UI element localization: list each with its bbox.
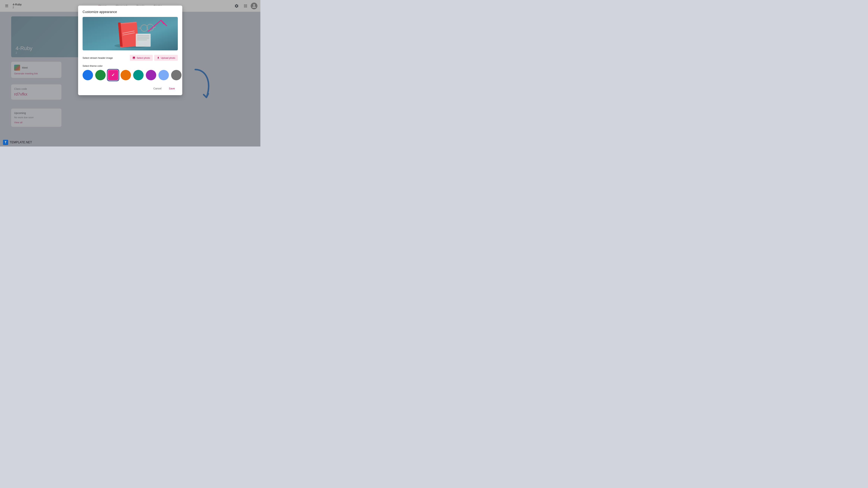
swatch-pink[interactable]: ✓ [108,70,118,80]
select-image-row: Select stream header image Select photo … [78,53,182,64]
swatch-purple[interactable] [146,70,156,80]
swatch-teal[interactable] [133,70,144,80]
swatch-blue[interactable] [83,70,93,80]
cancel-button[interactable]: Cancel [150,86,164,92]
dialog-preview [83,17,178,51]
select-photo-button[interactable]: Select photo [130,55,153,61]
color-section: Select theme color ✓ [78,64,182,84]
customize-dialog: Customize appearance [78,6,182,95]
select-image-label: Select stream header image [83,57,113,59]
swatch-check: ✓ [112,73,115,77]
pink-arrow-overlay [146,19,168,33]
color-section-label: Select theme color [83,65,178,67]
image-buttons: Select photo Upload photo [130,55,178,61]
swatch-green[interactable] [95,70,106,80]
upload-icon [157,56,160,59]
dialog-title: Customize appearance [78,6,182,17]
watermark-icon: T [3,140,8,145]
color-swatches: ✓ [83,70,178,80]
watermark: T TEMPLATE.NET [3,140,32,145]
swatch-orange[interactable] [121,70,131,80]
swatch-gray[interactable] [171,70,182,80]
watermark-text: TEMPLATE.NET [10,141,32,144]
svg-rect-6 [136,34,151,47]
dialog-actions: Cancel Save [78,84,182,95]
modal-overlay: Customize appearance [0,0,260,147]
photo-icon [132,56,135,59]
swatch-light-blue[interactable] [158,70,169,80]
save-button[interactable]: Save [166,86,178,92]
upload-photo-button[interactable]: Upload photo [154,55,178,61]
